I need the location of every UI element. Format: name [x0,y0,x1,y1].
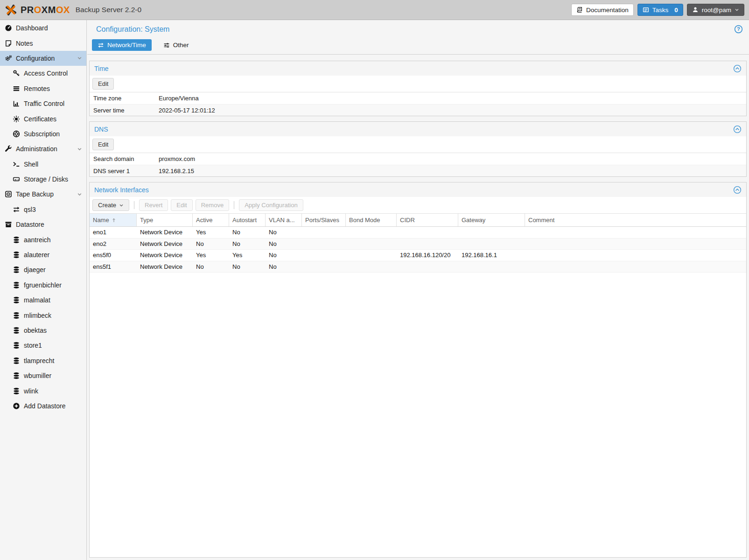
kv-row: Search domainproxmox.com [90,153,746,165]
sidebar-item-alauterer[interactable]: alauterer [0,247,86,262]
cell-autostart: No [229,261,266,273]
toolbar-separator [234,201,234,209]
column-header-label: VLAN a... [269,217,295,224]
sidebar-item-tlamprecht[interactable]: tlamprecht [0,353,86,368]
tasks-count-badge: 0 [674,7,678,14]
cell-type: Network Device [137,250,193,261]
column-header-bond[interactable]: Bond Mode [346,214,397,226]
sidebar-item-tape-backup[interactable]: Tape Backup [0,187,86,202]
sidebar-item-wbumiller[interactable]: wbumiller [0,368,86,383]
column-header-vlan[interactable]: VLAN a... [266,214,302,226]
hdd-icon [13,175,20,183]
kv-value: 192.168.2.15 [159,168,194,175]
sidebar-item-storage-disks[interactable]: Storage / Disks [0,172,86,187]
sidebar-item-store1[interactable]: store1 [0,338,86,353]
column-header-active[interactable]: Active [193,214,229,226]
column-header-type[interactable]: Type [137,214,193,226]
sidebar-item-djaeger[interactable]: djaeger [0,262,86,277]
sidebar-item-access-control[interactable]: Access Control [0,66,86,81]
column-header-comment[interactable]: Comment [525,214,746,226]
sidebar-item-shell[interactable]: Shell [0,157,86,172]
cell-vlan: No [266,261,302,273]
table-row-ens5f1[interactable]: ens5f1Network DeviceNoNoNo [90,261,746,273]
cell-name: eno1 [90,227,137,238]
cell-bond [346,227,397,238]
network-panel-title: Network Interfaces [94,186,149,194]
cell-autostart: No [229,227,266,238]
sidebar-item-datastore[interactable]: Datastore [0,217,86,232]
time-panel: Time Edit Time zoneEurope/ViennaServer t… [89,61,747,116]
tasks-button[interactable]: Tasks 0 [637,4,683,16]
page-title: Configuration: System [96,25,169,34]
remotes-icon [13,85,20,92]
sidebar-item-notes[interactable]: Notes [0,35,86,50]
sidebar-item-label: fgruenbichler [24,281,62,289]
sidebar-item-dashboard[interactable]: Dashboard [0,21,86,35]
sidebar-item-aantreich[interactable]: aantreich [0,232,86,247]
cell-ports [302,238,346,250]
tab-label: Other [173,42,189,49]
column-header-label: Name [93,217,109,224]
key-icon [13,70,20,77]
dns-edit-button[interactable]: Edit [92,139,114,150]
column-header-label: Gateway [462,217,485,224]
help-icon[interactable]: ? [734,25,743,34]
tab-network-time[interactable]: Network/Time [92,39,152,51]
dns-toolbar: Edit [90,136,746,153]
brand-wordmark: PROXMOX [21,5,70,14]
cell-comment [525,261,746,273]
sidebar-item-add-datastore[interactable]: Add Datastore [0,399,86,413]
main-content: Configuration: System ? Network/Time Oth… [87,20,749,560]
sidebar-item-obektas[interactable]: obektas [0,323,86,338]
table-row-eno1[interactable]: eno1Network DeviceYesNoNo [90,227,746,238]
column-header-name[interactable]: Name [90,214,137,226]
tab-other[interactable]: Other [158,39,195,51]
book-icon [576,7,583,13]
column-header-cidr[interactable]: CIDR [397,214,458,226]
column-header-ports[interactable]: Ports/Slaves [302,214,346,226]
remove-button[interactable]: Remove [196,199,229,211]
cell-bond [346,261,397,273]
sidebar-item-fgruenbichler[interactable]: fgruenbichler [0,278,86,293]
documentation-button[interactable]: Documentation [571,4,634,16]
table-row-eno2[interactable]: eno2Network DeviceNoNoNo [90,238,746,250]
edit-button[interactable]: Edit [171,199,192,211]
column-header-gateway[interactable]: Gateway [458,214,525,226]
database-icon [13,357,20,364]
sidebar-item-label: Remotes [24,85,50,92]
sidebar-item-label: wbumiller [24,372,51,379]
toolbar-separator [134,201,134,209]
table-row-ens5f0[interactable]: ens5f0Network DeviceYesYesNo192.168.16.1… [90,250,746,261]
sidebar-item-subscription[interactable]: Subscription [0,126,86,141]
chevron-down-icon [119,203,124,208]
documentation-label: Documentation [586,7,629,14]
sidebar-item-certificates[interactable]: Certificates [0,111,86,126]
kv-value: 2022-05-17 12:01:12 [159,107,215,114]
user-menu-button[interactable]: root@pam [687,4,744,16]
sidebar-item-malmalat[interactable]: malmalat [0,293,86,308]
collapse-icon[interactable] [733,125,742,133]
apply-configuration-button[interactable]: Apply Configuration [239,199,303,211]
sidebar-item-wlink[interactable]: wlink [0,383,86,398]
sidebar-item-label: Certificates [24,115,56,123]
dns-panel: DNS Edit Search domainproxmox.comDNS ser… [89,121,747,177]
revert-button[interactable]: Revert [139,199,168,211]
sidebar-item-qsl3[interactable]: qsl3 [0,202,86,217]
sidebar-item-label: aantreich [24,236,51,244]
column-header-autostart[interactable]: Autostart [229,214,266,226]
sidebar-item-mlimbeck[interactable]: mlimbeck [0,308,86,322]
sidebar-item-administration[interactable]: Administration [0,141,86,156]
sidebar-item-remotes[interactable]: Remotes [0,81,86,96]
sidebar-item-configuration[interactable]: Configuration [0,51,86,66]
database-icon [13,266,20,273]
collapse-icon[interactable] [733,186,742,194]
kv-label: Server time [90,107,159,114]
network-interfaces-panel: Network Interfaces Create Revert Edit Re… [89,182,747,558]
time-edit-button[interactable]: Edit [92,78,114,90]
cell-vlan: No [266,250,302,261]
collapse-icon[interactable] [733,64,742,73]
create-button[interactable]: Create [92,199,129,211]
sidebar-item-traffic-control[interactable]: Traffic Control [0,96,86,111]
tape-drive-icon [5,190,12,198]
sidebar-item-label: malmalat [24,296,50,304]
